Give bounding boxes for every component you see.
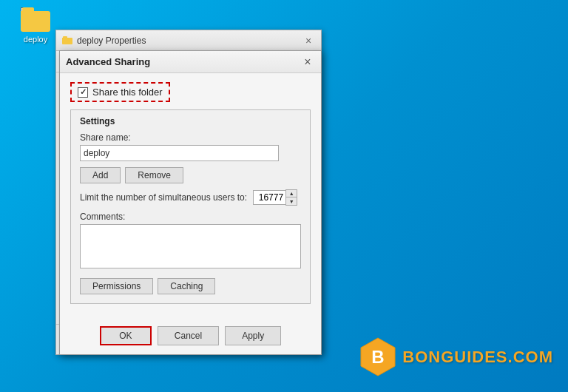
share-folder-checkbox[interactable]: ✓: [78, 87, 88, 98]
add-button[interactable]: Add: [80, 167, 121, 183]
comments-label: Comments:: [80, 212, 301, 222]
comments-row: Comments:: [80, 212, 301, 271]
dialog-body: ✓ Share this folder Settings Share name:…: [60, 73, 321, 320]
limit-value-input[interactable]: [253, 190, 285, 205]
limit-row: Limit the number of simultaneous users t…: [80, 189, 301, 206]
comments-input[interactable]: [80, 224, 301, 268]
permissions-button[interactable]: Permissions: [80, 278, 153, 294]
spinner-up[interactable]: ▲: [286, 190, 297, 197]
share-folder-row: ✓ Share this folder: [70, 82, 170, 102]
watermark-text: BONGUIDES.COM: [402, 348, 553, 367]
properties-close-button[interactable]: ×: [302, 34, 315, 47]
dialog-close-button[interactable]: ×: [300, 55, 315, 70]
prop-folder-body: [62, 38, 72, 44]
dialog-title: Advanced Sharing: [66, 56, 300, 67]
checkbox-check: ✓: [80, 88, 87, 96]
limit-label: Limit the number of simultaneous users t…: [80, 192, 247, 203]
share-name-label: Share name:: [80, 132, 301, 143]
dialog-titlebar: Advanced Sharing ×: [60, 51, 321, 73]
add-remove-buttons: Add Remove: [80, 167, 301, 183]
permissions-caching-row: Permissions Caching: [80, 278, 301, 294]
folder-body: [21, 11, 50, 32]
spinner-arrows: ▲ ▼: [285, 189, 297, 206]
remove-button[interactable]: Remove: [125, 167, 183, 183]
dialog-footer: OK Cancel Apply: [60, 320, 321, 354]
share-folder-label: Share this folder: [92, 87, 163, 98]
settings-group: Settings Share name: Add Remove Limit th…: [70, 109, 311, 304]
caching-button[interactable]: Caching: [158, 278, 215, 294]
share-name-row: Share name:: [80, 132, 301, 161]
dialog-ok-button[interactable]: OK: [100, 326, 152, 345]
spinner-down[interactable]: ▼: [286, 197, 297, 205]
advanced-sharing-dialog: Advanced Sharing × ✓ Share this folder S…: [59, 50, 322, 355]
watermark-hex-icon: B: [359, 337, 396, 377]
folder-graphic: ✓: [21, 7, 50, 33]
desktop-folder-label: deploy: [24, 35, 47, 44]
desktop-folder-icon[interactable]: ✓ deploy: [13, 7, 58, 44]
properties-titlebar: deploy Properties ×: [56, 30, 321, 51]
dialog-cancel-button[interactable]: Cancel: [158, 326, 219, 345]
settings-legend: Settings: [80, 116, 301, 126]
properties-folder-icon: [62, 36, 72, 45]
watermark: B BONGUIDES.COM: [359, 337, 553, 377]
share-name-input[interactable]: [80, 145, 279, 161]
dialog-apply-button[interactable]: Apply: [225, 326, 281, 345]
svg-text:B: B: [372, 347, 385, 367]
limit-spinner: ▲ ▼: [253, 189, 297, 206]
properties-title: deploy Properties: [77, 36, 297, 46]
